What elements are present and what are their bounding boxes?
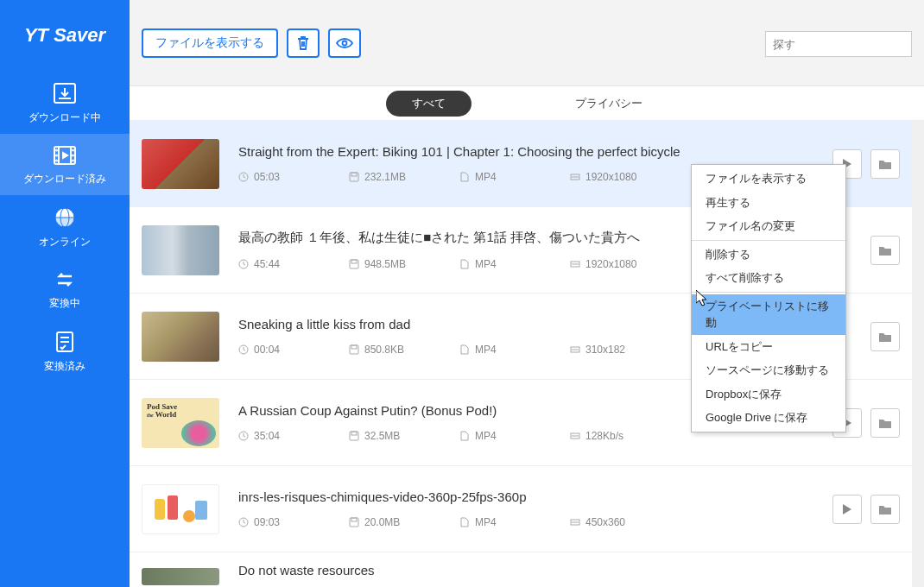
tab-privacy[interactable]: プライバシー: [549, 91, 668, 117]
scrollbar-thumb[interactable]: [912, 121, 924, 173]
refresh-icon: [0, 268, 130, 291]
svg-rect-26: [351, 345, 357, 349]
item-meta: 09:03 20.0MB MP4 450x360: [238, 516, 832, 528]
folder-button[interactable]: [870, 408, 900, 438]
resolution-icon: [570, 259, 580, 269]
thumbnail: [142, 312, 219, 362]
disk-icon: [349, 517, 359, 527]
list-item[interactable]: inrs-les-risques-chimiques-video-360p-25…: [130, 466, 912, 552]
svg-point-6: [73, 155, 73, 156]
svg-point-15: [343, 41, 347, 45]
item-title: inrs-les-risques-chimiques-video-360p-25…: [238, 489, 832, 504]
thumbnail: [142, 139, 219, 189]
sidebar-item-label: 変換中: [49, 297, 80, 309]
file-icon: [459, 431, 470, 441]
svg-point-34: [183, 510, 195, 522]
ctx-delete-all[interactable]: すべて削除する: [692, 266, 845, 290]
folder-button[interactable]: [870, 236, 900, 265]
svg-point-3: [56, 155, 57, 156]
ctx-save-dropbox[interactable]: Dropboxに保存: [692, 382, 845, 407]
download-icon: [0, 81, 130, 105]
file-icon: [459, 172, 470, 182]
resolution-icon: [570, 517, 580, 527]
item-title: Straight from the Expert: Biking 101 | C…: [238, 144, 832, 159]
resolution-icon: [570, 431, 580, 441]
eye-icon: [336, 37, 353, 49]
separator: [692, 240, 845, 241]
context-menu: ファイルを表示する 再生する ファイル名の変更 削除する すべて削除する プライ…: [691, 164, 846, 432]
ctx-show-file[interactable]: ファイルを表示する: [692, 167, 845, 191]
ctx-save-gdrive[interactable]: Google Drive に保存: [692, 406, 845, 430]
sidebar-item-label: ダウンロード中: [28, 111, 101, 123]
sidebar-item-label: ダウンロード済み: [23, 173, 106, 185]
resolution-icon: [570, 172, 580, 182]
play-button[interactable]: [832, 495, 862, 524]
disk-icon: [349, 431, 359, 441]
clock-icon: [238, 344, 249, 355]
svg-rect-38: [351, 518, 357, 521]
clock-icon: [238, 259, 249, 269]
disk-icon: [349, 172, 359, 182]
svg-rect-32: [155, 499, 165, 520]
item-title: Do not waste resources: [238, 563, 900, 578]
show-files-button[interactable]: ファイルを表示する: [142, 28, 278, 58]
folder-button[interactable]: [870, 322, 900, 351]
film-icon: [0, 144, 130, 167]
tabs: すべて プライバシー: [130, 86, 924, 121]
trash-icon: [296, 35, 310, 51]
separator: [692, 292, 845, 293]
sidebar-item-downloaded[interactable]: ダウンロード済み: [0, 134, 130, 195]
tab-all[interactable]: すべて: [386, 91, 471, 117]
file-icon: [459, 517, 470, 527]
clock-icon: [238, 517, 249, 527]
toolbar: ファイルを表示する: [130, 0, 924, 86]
disk-icon: [349, 344, 359, 355]
visibility-button[interactable]: [328, 28, 361, 58]
app-logo: YT Saver: [24, 24, 105, 47]
ctx-move-private[interactable]: プライベートリストに移動: [692, 294, 845, 335]
resolution-icon: [570, 344, 580, 355]
document-check-icon: [0, 330, 130, 354]
sidebar-item-converting[interactable]: 変換中: [0, 258, 130, 319]
list-item[interactable]: Do not waste resources: [130, 552, 912, 587]
sidebar-item-converted[interactable]: 変換済み: [0, 319, 130, 382]
svg-point-2: [56, 150, 57, 151]
file-icon: [459, 344, 470, 355]
ctx-delete[interactable]: 削除する: [692, 243, 845, 267]
svg-rect-35: [195, 501, 207, 520]
svg-point-7: [73, 161, 73, 161]
clock-icon: [238, 431, 249, 441]
ctx-goto-source[interactable]: ソースページに移動する: [692, 358, 845, 382]
globe-icon: [0, 205, 130, 230]
clock-icon: [238, 172, 249, 182]
svg-rect-33: [168, 495, 178, 520]
svg-rect-22: [351, 260, 357, 263]
folder-button[interactable]: [870, 149, 900, 179]
folder-button[interactable]: [870, 495, 900, 524]
ctx-rename[interactable]: ファイル名の変更: [692, 214, 845, 238]
sidebar: YT Saver ダウンロード中 ダウンロード済み オンライン: [0, 0, 130, 587]
sidebar-item-downloading[interactable]: ダウンロード中: [0, 71, 130, 134]
svg-rect-18: [351, 173, 357, 176]
delete-button[interactable]: [287, 28, 320, 58]
ctx-copy-url[interactable]: URLをコピー: [692, 335, 845, 359]
file-icon: [459, 259, 470, 269]
sidebar-item-label: 変換済み: [44, 360, 85, 372]
svg-point-4: [56, 161, 57, 161]
svg-rect-30: [351, 432, 357, 435]
svg-point-5: [73, 150, 73, 151]
thumbnail: [142, 568, 219, 585]
disk-icon: [349, 259, 359, 269]
sidebar-item-label: オンライン: [39, 236, 91, 248]
ctx-play[interactable]: 再生する: [692, 191, 845, 215]
thumbnail: [142, 225, 219, 275]
thumbnail: Pod Save the World: [142, 398, 219, 448]
thumbnail: [142, 484, 219, 534]
search-input[interactable]: [765, 31, 912, 57]
sidebar-item-online[interactable]: オンライン: [0, 195, 130, 258]
